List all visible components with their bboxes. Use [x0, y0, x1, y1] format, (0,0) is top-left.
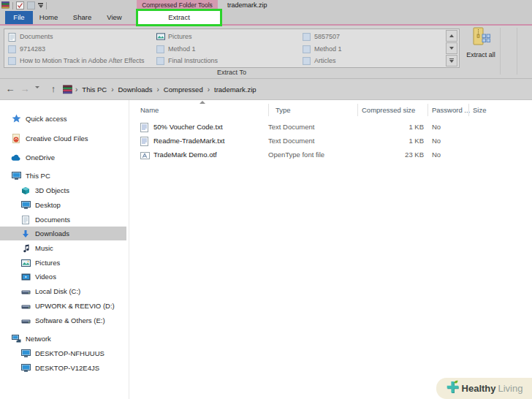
sidebar-item-label: 3D Objects: [35, 186, 69, 194]
qat-placeholder-icon[interactable]: [27, 1, 35, 10]
logo-text-bold: Healthy: [462, 383, 496, 394]
sidebar-item-drive-e[interactable]: Software & Others (E:): [0, 314, 126, 327]
toolbar-separator: [46, 2, 47, 10]
ribbon-group-separator: [517, 28, 517, 75]
sidebar-item-quick-access[interactable]: Quick access: [0, 112, 126, 126]
breadcrumb-item[interactable]: trademark.zip: [210, 86, 260, 94]
extract-to-item[interactable]: 5857507: [303, 31, 340, 42]
address-bar: ← → ↑ › This PC › Downloads › Compressed…: [0, 79, 532, 100]
extract-to-item[interactable]: Final Instructions: [156, 55, 218, 66]
tab-view[interactable]: View: [102, 11, 127, 24]
sidebar-item-network[interactable]: Network: [0, 332, 126, 346]
forward-button[interactable]: →: [18, 79, 31, 99]
extract-to-item[interactable]: Documents: [8, 31, 53, 42]
quick-access-toolbar: [1, 1, 47, 10]
toolbar-separator: [12, 2, 13, 10]
sidebar-item-pictures[interactable]: Pictures: [0, 256, 126, 270]
column-header-name[interactable]: Name: [140, 102, 159, 118]
sidebar-item-label: Quick access: [26, 115, 67, 123]
extract-to-label: 5857507: [314, 33, 340, 40]
sidebar-item-documents[interactable]: Documents: [0, 213, 126, 227]
tab-share[interactable]: Share: [68, 11, 96, 24]
sidebar-item-music[interactable]: Music: [0, 241, 126, 255]
drive-icon: [20, 286, 31, 296]
cube-icon: [20, 186, 31, 195]
sidebar-item-label: OneDrive: [26, 153, 55, 162]
tab-extract[interactable]: Extract: [138, 11, 220, 24]
gallery-scroll-down-button[interactable]: [446, 42, 457, 54]
sidebar-item-label: DESKTOP-V12E4JS: [35, 364, 99, 372]
column-header-size[interactable]: Size: [473, 102, 486, 118]
creative-cloud-icon: [11, 134, 21, 143]
tab-home[interactable]: Home: [35, 11, 62, 24]
network-computer-icon: [20, 349, 31, 358]
sidebar-item-label: UPWORK & REEVIO (D:): [35, 302, 115, 310]
breadcrumb-item[interactable]: Downloads: [114, 86, 156, 94]
column-separator[interactable]: [428, 104, 428, 116]
sidebar-item-creative-cloud-files[interactable]: Creative Cloud Files: [0, 132, 126, 145]
sidebar-item-label: Videos: [35, 273, 56, 281]
sidebar-item-label: Downloads: [35, 229, 69, 238]
gallery-more-button[interactable]: [446, 55, 457, 66]
back-button[interactable]: ←: [4, 79, 17, 99]
column-separator[interactable]: [268, 104, 269, 116]
column-header-compressed-size[interactable]: Compressed size: [362, 102, 415, 118]
sidebar-item-desktop-v12e4js[interactable]: DESKTOP-V12E4JS: [0, 361, 126, 375]
sidebar-item-this-pc[interactable]: This PC: [0, 169, 126, 183]
extract-all-icon: [471, 27, 491, 50]
file-name: Readme-TradeMark.txt: [153, 134, 224, 148]
sidebar-item-label: Music: [35, 244, 53, 252]
download-arrow-icon: [20, 229, 31, 238]
extract-to-item[interactable]: Method 1: [303, 43, 342, 55]
file-row[interactable]: Readme-TradeMark.txt Text Document 1 KB …: [129, 134, 532, 148]
sidebar-item-3d-objects[interactable]: 3D Objects: [0, 183, 126, 197]
sidebar-item-downloads[interactable]: Downloads: [0, 227, 126, 240]
file-row[interactable]: 50% Voucher Code.txt Text Document 1 KB …: [129, 120, 532, 134]
extract-to-item[interactable]: Method 1: [156, 43, 196, 55]
sidebar-item-local-disk-c[interactable]: Local Disk (C:): [0, 284, 126, 298]
cloud-icon: [11, 153, 21, 162]
video-icon: [20, 272, 31, 281]
sidebar-item-label: Documents: [35, 216, 70, 224]
extract-all-button[interactable]: Extract all: [463, 27, 498, 77]
extract-to-label: Pictures: [168, 33, 192, 40]
ribbon-group-label: Extract To: [4, 69, 460, 76]
extract-to-label: Method 1: [314, 45, 342, 53]
column-header-type[interactable]: Type: [276, 102, 291, 118]
column-separator[interactable]: [468, 104, 469, 116]
file-password-protected: No: [432, 120, 441, 134]
file-explorer-window: Compressed Folder Tools trademark.zip Fi…: [0, 0, 532, 399]
column-separator[interactable]: [357, 104, 358, 116]
folder-icon: [156, 57, 164, 65]
breadcrumb-item[interactable]: This PC: [78, 86, 110, 94]
sidebar-item-label: This PC: [26, 172, 50, 180]
drive-icon: [20, 316, 31, 325]
font-file-icon: [140, 150, 150, 159]
sidebar-item-onedrive[interactable]: OneDrive: [0, 151, 126, 164]
extract-to-gallery: Documents 9714283 How to Motion Track in…: [4, 28, 460, 68]
extract-to-label: Articles: [314, 57, 336, 64]
up-button[interactable]: ↑: [47, 79, 60, 99]
sidebar-item-desktop[interactable]: Desktop: [0, 198, 126, 212]
customize-qat-icon[interactable]: [38, 3, 43, 8]
file-type: Text Document: [268, 134, 314, 148]
monitor-icon: [20, 200, 31, 210]
gallery-scroll-up-button[interactable]: [446, 30, 457, 42]
file-password-protected: No: [432, 148, 441, 162]
sidebar-item-videos[interactable]: Videos: [0, 270, 126, 284]
file-compressed-size: 1 KB: [357, 120, 424, 134]
text-file-icon: [140, 136, 150, 145]
extract-to-item[interactable]: Articles: [303, 55, 336, 66]
sidebar-item-label: Local Disk (C:): [35, 287, 80, 295]
network-icon: [11, 334, 21, 343]
tab-file[interactable]: File: [5, 11, 33, 24]
extract-to-item[interactable]: Pictures: [156, 31, 192, 42]
extract-to-item[interactable]: How to Motion Track in Adobe After Effec…: [8, 55, 144, 66]
sidebar-item-drive-d[interactable]: UPWORK & REEVIO (D:): [0, 299, 126, 313]
breadcrumb-item[interactable]: Compressed: [160, 86, 207, 94]
file-row[interactable]: TradeMark Demo.otf OpenType font file 23…: [129, 148, 532, 162]
sidebar-item-desktop-nfhuuus[interactable]: DESKTOP-NFHUUUS: [0, 346, 126, 360]
folder-icon: [303, 33, 311, 41]
extract-to-item[interactable]: 9714283: [8, 43, 45, 55]
column-header-password[interactable]: Password ...: [432, 102, 470, 118]
